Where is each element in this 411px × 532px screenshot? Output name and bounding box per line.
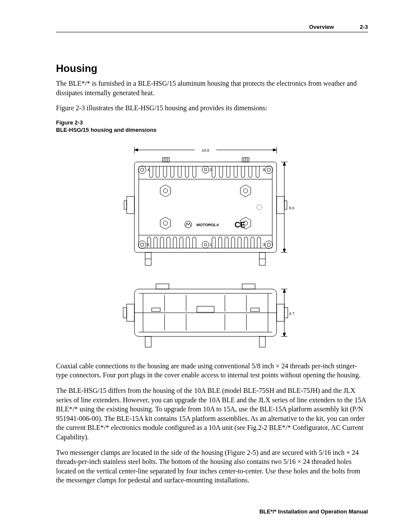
svg-marker-33 xyxy=(160,217,171,229)
section-heading: Housing xyxy=(56,62,368,75)
svg-point-13 xyxy=(140,243,144,246)
svg-point-14 xyxy=(265,241,273,249)
svg-rect-61 xyxy=(123,308,127,318)
page-content: Housing The BLE*/* is furnished in a BLE… xyxy=(56,62,368,485)
body-paragraph: The BLE-HSG/15 differs from the housing … xyxy=(56,386,368,442)
body-paragraph: Coaxial cable connections to the housing… xyxy=(56,361,368,380)
body-paragraph: Two messenger clamps are located in the … xyxy=(56,448,368,485)
svg-point-19 xyxy=(204,243,207,246)
svg-rect-39 xyxy=(124,201,127,209)
svg-rect-77 xyxy=(259,336,265,347)
svg-marker-31 xyxy=(240,185,251,197)
svg-point-34 xyxy=(163,221,168,225)
figure-number: Figure 2-3 xyxy=(56,119,83,126)
housing-diagram-svg: 10.6 4 2 6 5 1 xyxy=(121,138,302,354)
svg-point-30 xyxy=(163,189,168,193)
svg-marker-5 xyxy=(273,149,277,151)
svg-marker-4 xyxy=(134,149,138,151)
figure-caption: BLE-HSG/15 housing and dimensions xyxy=(56,127,156,133)
header-page-number: 2-3 xyxy=(360,24,368,30)
page-header: Overview 2-3 xyxy=(56,24,368,32)
figure-diagram: 10.6 4 2 6 5 1 xyxy=(56,138,368,354)
document-page: Overview 2-3 Housing The BLE*/* is furni… xyxy=(0,0,411,532)
svg-point-43 xyxy=(185,221,192,228)
dimension-width: 10.6 xyxy=(202,148,209,152)
svg-marker-29 xyxy=(160,185,171,197)
body-paragraph: The BLE*/* is furnished in a BLE-HSG/15 … xyxy=(56,79,368,97)
svg-marker-53 xyxy=(283,249,286,252)
svg-point-9 xyxy=(140,168,144,171)
svg-rect-58 xyxy=(152,308,160,311)
svg-rect-55 xyxy=(156,284,169,289)
dimension-height: 8.0 xyxy=(289,206,295,210)
footer-manual-title: BLE*/* Installation and Operation Manual xyxy=(259,508,368,515)
ce-mark: CE xyxy=(234,221,245,229)
svg-rect-63 xyxy=(284,308,288,318)
page-footer: BLE*/* Installation and Operation Manual xyxy=(259,508,368,515)
body-paragraph: Figure 2-3 illustrates the BLE-HSG/15 ho… xyxy=(56,103,368,113)
svg-rect-7 xyxy=(139,166,272,248)
corner-label-4: 4 xyxy=(147,168,149,172)
svg-rect-76 xyxy=(145,336,151,347)
corner-label-5: 5 xyxy=(147,243,149,247)
svg-point-37 xyxy=(257,205,262,210)
svg-rect-62 xyxy=(277,304,284,321)
svg-point-32 xyxy=(243,189,248,193)
svg-point-11 xyxy=(267,168,271,171)
corner-label-1: 1 xyxy=(210,243,212,247)
svg-rect-56 xyxy=(242,284,255,289)
svg-point-12 xyxy=(138,241,146,249)
svg-point-17 xyxy=(204,168,207,171)
header-section-title: Overview xyxy=(309,24,334,30)
svg-rect-59 xyxy=(251,308,259,311)
svg-point-15 xyxy=(267,243,271,246)
svg-rect-38 xyxy=(127,196,134,214)
svg-rect-60 xyxy=(127,304,134,321)
svg-marker-52 xyxy=(283,162,286,165)
svg-marker-83 xyxy=(283,333,286,336)
svg-point-18 xyxy=(202,241,209,248)
svg-rect-41 xyxy=(284,201,287,209)
svg-rect-40 xyxy=(277,196,284,214)
brand-text: MOTOROLA xyxy=(196,223,219,227)
svg-point-8 xyxy=(138,166,146,174)
figure-label: Figure 2-3 BLE-HSG/15 housing and dimens… xyxy=(56,119,368,134)
svg-rect-57 xyxy=(197,306,214,312)
corner-label-6: 6 xyxy=(263,168,265,172)
svg-point-10 xyxy=(265,166,273,174)
dimension-depth: 4.7 xyxy=(289,311,295,316)
svg-marker-82 xyxy=(283,289,286,292)
corner-label-2: 2 xyxy=(210,168,212,172)
corner-label-3: 3 xyxy=(263,243,265,247)
svg-point-16 xyxy=(202,166,209,173)
